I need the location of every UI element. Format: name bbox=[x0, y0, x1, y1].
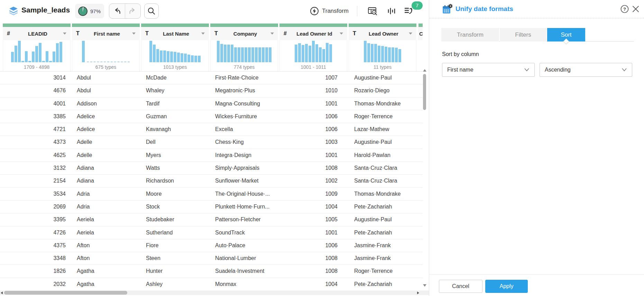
cell[interactable]: Pete·Zachariah bbox=[349, 201, 418, 213]
cell[interactable]: Guzman bbox=[141, 110, 210, 123]
cell[interactable]: Abdul bbox=[72, 72, 141, 84]
cell[interactable]: Augustine·Paul bbox=[349, 213, 418, 226]
cell[interactable]: Aeriela bbox=[72, 226, 141, 239]
cell[interactable]: Adelice bbox=[72, 110, 141, 123]
column-menu-caret-icon[interactable] bbox=[340, 33, 343, 35]
cell[interactable]: 4721 bbox=[3, 123, 72, 136]
apply-button[interactable]: Apply bbox=[485, 280, 528, 293]
cell[interactable]: Agatha bbox=[72, 278, 141, 290]
search-button[interactable] bbox=[144, 3, 159, 19]
cell[interactable]: Magna·Consulting bbox=[210, 98, 279, 110]
column-histogram[interactable]: 675 types bbox=[72, 40, 140, 71]
cell[interactable]: 1004 bbox=[279, 201, 349, 213]
cell[interactable]: 1009 bbox=[279, 188, 349, 200]
column-histogram[interactable]: 774 types bbox=[210, 40, 278, 71]
cell[interactable]: 1826 bbox=[3, 265, 72, 277]
cell[interactable]: Pete·Zachariah bbox=[349, 278, 418, 290]
vertical-scrollbar-thumb[interactable] bbox=[423, 74, 426, 110]
cell[interactable]: 4001 bbox=[3, 98, 72, 110]
cell[interactable]: Santa·Cruz·Clara bbox=[349, 175, 418, 187]
column-header-lead-owner[interactable]: TLead Owner bbox=[349, 27, 416, 40]
cell[interactable]: Chess·King bbox=[210, 136, 279, 148]
cell[interactable]: National·Lumber bbox=[210, 252, 279, 265]
data-quality-indicator[interactable]: 97% bbox=[75, 4, 104, 18]
cell[interactable]: 3534 bbox=[3, 188, 72, 200]
cell[interactable]: Rozario·Diego bbox=[349, 84, 418, 97]
cell[interactable]: Plunkett·Home·Furn... bbox=[210, 201, 279, 213]
cell[interactable]: Wickes·Furniture bbox=[210, 110, 279, 123]
cell[interactable]: Megatronic·Plus bbox=[210, 84, 279, 97]
cell[interactable]: 1003 bbox=[279, 136, 349, 148]
scroll-up-arrow[interactable] bbox=[423, 69, 426, 72]
cell[interactable]: 4373 bbox=[3, 136, 72, 148]
cell[interactable]: Auto·Palace bbox=[210, 239, 279, 252]
cell[interactable]: Stock bbox=[141, 201, 210, 213]
cell[interactable]: Hunter bbox=[141, 265, 210, 277]
cell[interactable]: Jasmine·Frank bbox=[349, 239, 418, 252]
cell[interactable]: 3395 bbox=[3, 213, 72, 226]
column-header-lead-owner-id[interactable]: #Lead Owner Id bbox=[279, 27, 347, 40]
cell[interactable]: 2069 bbox=[3, 201, 72, 213]
cell[interactable]: Adria bbox=[72, 201, 141, 213]
redo-button[interactable] bbox=[125, 4, 141, 18]
cell[interactable]: 1006 bbox=[279, 239, 349, 252]
cell[interactable]: Thomas·Mondrake bbox=[349, 98, 418, 110]
cell[interactable]: 1001 bbox=[279, 149, 349, 161]
cell[interactable]: Watts bbox=[141, 162, 210, 174]
column-menu-caret-icon[interactable] bbox=[201, 33, 205, 35]
cell[interactable]: 1004 bbox=[279, 278, 349, 290]
cell[interactable]: The·Original·House·... bbox=[210, 188, 279, 200]
column-header-last-name[interactable]: TLast Name bbox=[141, 27, 209, 40]
cell[interactable]: 1008 bbox=[279, 162, 349, 174]
cell[interactable]: Abdul bbox=[72, 84, 141, 97]
cell[interactable]: Suadela·Investment bbox=[210, 265, 279, 277]
horizontal-scrollbar-thumb[interactable] bbox=[4, 291, 127, 295]
close-button[interactable] bbox=[632, 5, 640, 13]
cell[interactable]: Adiana bbox=[72, 175, 141, 187]
column-profile-button[interactable] bbox=[386, 6, 396, 16]
column-menu-caret-icon[interactable] bbox=[63, 33, 66, 35]
cell[interactable]: 1006 bbox=[279, 110, 349, 123]
cell[interactable]: Monmax bbox=[210, 278, 279, 290]
cell[interactable]: 4676 bbox=[3, 84, 72, 97]
cell[interactable]: 3014 bbox=[3, 72, 72, 84]
cell[interactable]: 1008 bbox=[279, 265, 349, 277]
cell[interactable]: Studebaker bbox=[141, 213, 210, 226]
cell[interactable]: Adiana bbox=[72, 162, 141, 174]
cell[interactable]: Ashley bbox=[141, 278, 210, 290]
column-menu-caret-icon[interactable] bbox=[409, 33, 412, 35]
cell[interactable]: 1006 bbox=[279, 123, 349, 136]
column-histogram[interactable]: 1013 types bbox=[141, 40, 209, 71]
column-header-leadid[interactable]: #LEADID bbox=[3, 27, 71, 40]
sort-order-select[interactable]: Ascending bbox=[540, 63, 632, 77]
cell[interactable]: 1001 bbox=[279, 226, 349, 239]
sort-column-select[interactable]: First name bbox=[442, 63, 535, 77]
data-audit-button[interactable] bbox=[367, 6, 378, 16]
cell[interactable]: 3132 bbox=[3, 162, 72, 174]
cell[interactable]: 4625 bbox=[3, 149, 72, 161]
tab-transform[interactable]: Transform bbox=[441, 28, 499, 41]
cell[interactable]: Roger·Terrence bbox=[349, 110, 418, 123]
cell[interactable]: 4375 bbox=[3, 239, 72, 252]
cell[interactable]: Adelice bbox=[72, 123, 141, 136]
cell[interactable]: Kavanagh bbox=[141, 123, 210, 136]
column-header-company[interactable]: TCompany bbox=[210, 27, 278, 40]
cell[interactable]: Aeriela bbox=[72, 213, 141, 226]
cell[interactable]: First·Rate·Choice bbox=[210, 72, 279, 84]
column-histogram[interactable]: 1709 - 4898 bbox=[3, 40, 71, 71]
cell[interactable]: Tardif bbox=[141, 98, 210, 110]
column-histogram[interactable]: 1001 - 1011 bbox=[279, 40, 347, 71]
cell[interactable]: Simply·Appraisals bbox=[210, 162, 279, 174]
help-button[interactable]: ? bbox=[620, 4, 629, 13]
cell[interactable]: 3385 bbox=[3, 110, 72, 123]
cell[interactable]: Sutherland bbox=[141, 226, 210, 239]
cell[interactable]: Adelle bbox=[72, 149, 141, 161]
cell[interactable]: 1007 bbox=[279, 72, 349, 84]
cell[interactable]: Richardson bbox=[141, 175, 210, 187]
cell[interactable]: Lazar·Mathew bbox=[349, 123, 418, 136]
cell[interactable]: Integra·Design bbox=[210, 149, 279, 161]
column-menu-caret-icon[interactable] bbox=[132, 33, 136, 35]
cell[interactable]: Adelle bbox=[72, 136, 141, 148]
cell[interactable]: Augustine·Paul bbox=[349, 72, 418, 84]
cell[interactable]: 4726 bbox=[3, 226, 72, 239]
